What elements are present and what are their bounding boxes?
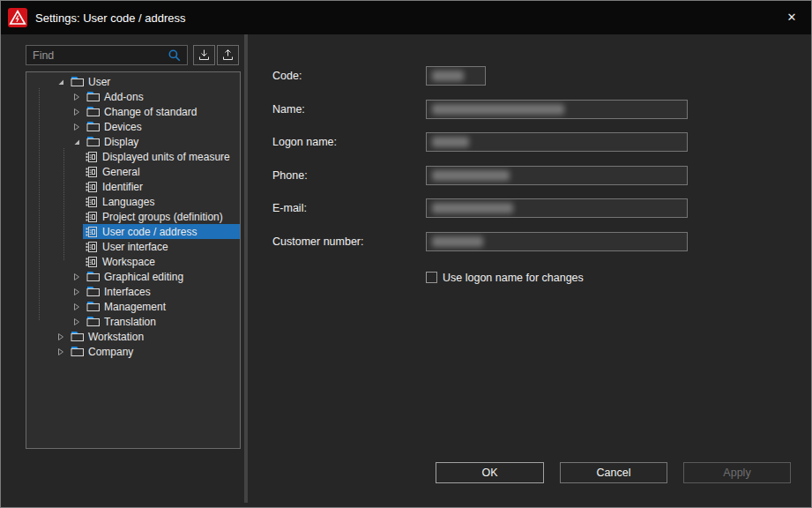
checkbox-unchecked-icon[interactable] [426,272,437,283]
folder-icon [85,316,101,327]
field-row-logon-name: Logon name: [248,132,811,152]
tree-item-interfaces[interactable]: Interfaces [26,284,240,299]
field-input-customer-number[interactable] [426,232,688,251]
tree-item-translation[interactable]: Translation [26,314,240,329]
tree-item-add-ons[interactable]: Add-ons [26,89,240,104]
folder-icon [85,91,101,102]
field-input-logon-name[interactable] [426,132,688,152]
tree-item-content: Interfaces [85,284,240,299]
tree-item-content: Workspace [83,254,240,269]
tree-item-company[interactable]: Company [26,344,240,359]
tree-item-content: Add-ons [85,89,240,104]
tree-item-content: General [83,164,240,179]
folder-icon [85,136,101,147]
folder-icon [85,121,101,132]
field-input-e-mail[interactable] [426,198,688,218]
use-logon-name-checkbox-row[interactable]: Use logon name for changes [426,270,584,285]
settings-page-icon [83,226,100,238]
folder-icon [85,106,101,117]
tree-item-label: Displayed units of measure [100,151,230,163]
tree-item-label: Translation [101,316,156,328]
tree-item-content: Change of standard [85,104,240,119]
expand-arrow-icon[interactable] [69,89,85,104]
field-label: Phone: [272,166,308,185]
export-settings-button[interactable] [217,45,239,65]
search-icon[interactable] [167,48,183,64]
expand-arrow-icon[interactable] [69,299,85,314]
app-logo-icon [8,8,27,27]
folder-icon [85,286,101,297]
find-input[interactable] [26,45,188,65]
tree-item-label: Project groups (definition) [100,211,223,223]
tree-item-user-code-address[interactable]: User code / address [26,224,240,239]
checkbox-label: Use logon name for changes [443,272,584,284]
arrow-down-tray-icon [197,49,211,62]
field-label: Name: [272,100,305,119]
field-row-code: Code: [248,66,811,86]
tree-item-label: Add-ons [101,91,144,103]
settings-tree: UserAdd-onsChange of standardDevicesDisp… [26,71,241,449]
tree-item-label: Graphical editing [101,271,183,283]
tree-item-project-groups-definition[interactable]: Project groups (definition) [26,209,240,224]
tree-item-displayed-units-of-measure[interactable]: Displayed units of measure [26,149,240,164]
tree-item-label: User [86,76,110,88]
folder-icon [69,76,86,87]
tree-item-label: Workspace [100,256,155,268]
window-title: Settings: User code / address [35,11,186,25]
tree-item-content: Devices [85,119,240,134]
masked-value [432,203,513,213]
settings-form: Code:Name:Logon name:Phone:E-mail:Custom… [248,34,811,507]
tree-item-change-of-standard[interactable]: Change of standard [26,104,240,119]
field-input-name[interactable] [426,100,688,119]
expand-arrow-icon[interactable] [53,344,69,359]
expand-arrow-icon[interactable] [69,314,85,329]
title-bar[interactable]: Settings: User code / address ✕ [1,1,811,34]
tree-item-management[interactable]: Management [26,299,240,314]
ok-button[interactable]: OK [436,462,544,483]
folder-icon [69,331,86,342]
tree-item-graphical-editing[interactable]: Graphical editing [26,269,240,284]
field-label: E-mail: [272,198,307,218]
tree-item-general[interactable]: General [26,164,240,179]
expand-arrow-icon[interactable] [69,269,85,284]
tree-item-label: Identifier [100,181,143,193]
import-settings-button[interactable] [193,45,215,65]
expand-arrow-icon[interactable] [53,329,69,344]
field-input-code[interactable] [426,66,486,86]
tree-item-content: Management [85,299,240,314]
collapse-arrow-icon[interactable] [69,134,85,149]
field-input-phone[interactable] [426,166,688,185]
close-button[interactable]: ✕ [772,1,811,34]
tree-item-languages[interactable]: Languages [26,194,240,209]
field-label: Logon name: [272,132,337,152]
tree-item-display[interactable]: Display [26,134,240,149]
collapse-arrow-icon[interactable] [53,74,69,89]
tree-item-label: User code / address [100,226,197,238]
masked-value [432,137,469,147]
expand-arrow-icon[interactable] [69,284,85,299]
tree-item-user-interface[interactable]: User interface [26,239,240,254]
tree-item-workspace[interactable]: Workspace [26,254,240,269]
expand-arrow-icon[interactable] [69,119,85,134]
settings-page-icon [83,151,100,163]
folder-icon [85,271,101,282]
tree-item-content: User code / address [83,224,240,239]
tree-item-content: User interface [83,239,240,254]
tree-item-identifier[interactable]: Identifier [26,179,240,194]
folder-icon [85,301,101,312]
masked-value [432,71,464,81]
tree-item-label: Interfaces [101,286,151,298]
field-label: Customer number: [272,232,364,251]
expand-arrow-icon[interactable] [69,104,85,119]
tree-item-user[interactable]: User [26,74,240,89]
apply-button[interactable]: Apply [683,462,791,483]
tree-item-devices[interactable]: Devices [26,119,240,134]
tree-item-content: Project groups (definition) [83,209,240,224]
tree-item-label: General [100,166,140,178]
field-label: Code: [272,66,302,86]
tree-item-label: Company [86,346,133,358]
tree-item-workstation[interactable]: Workstation [26,329,240,344]
field-row-e-mail: E-mail: [248,198,811,218]
cancel-button[interactable]: Cancel [560,462,667,483]
settings-page-icon [83,181,100,193]
